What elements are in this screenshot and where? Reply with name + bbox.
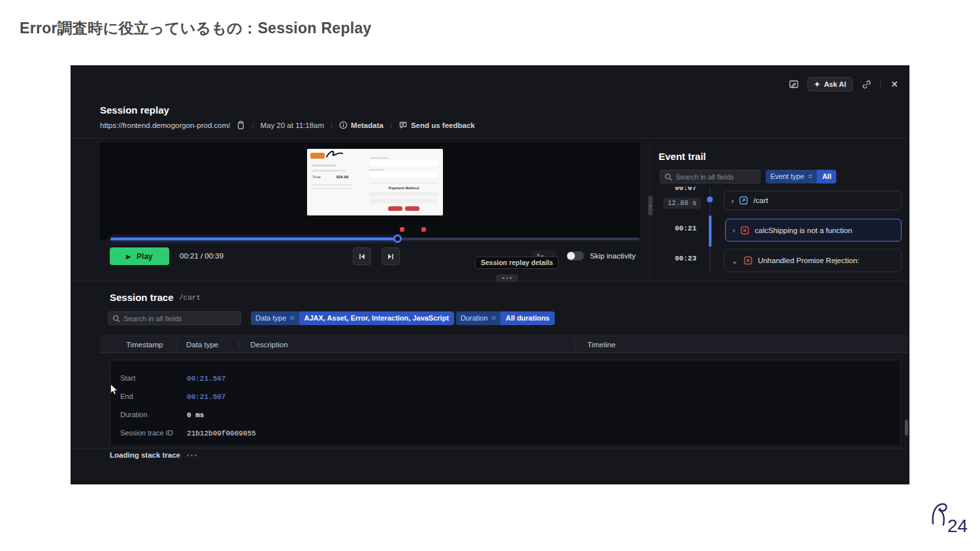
search-icon <box>664 173 672 181</box>
jump-forward-button[interactable] <box>382 247 400 265</box>
timeline-scrubber-handle[interactable] <box>393 234 402 243</box>
close-icon: ✕ <box>890 79 898 89</box>
error-marker[interactable] <box>400 227 404 232</box>
error-icon <box>740 226 749 235</box>
copy-url-button[interactable] <box>237 121 245 129</box>
clipboard-icon <box>237 121 245 129</box>
page-title: Session replay <box>100 104 169 116</box>
column-header-timestamp: Timestamp <box>126 341 163 349</box>
sparkles-icon: ✦ <box>814 80 820 89</box>
event-trail-search-input[interactable] <box>676 173 756 181</box>
preview-form-fields <box>370 192 438 204</box>
session-trace-search[interactable] <box>108 311 241 325</box>
event-trail-list: 00:07 12.88 s › /cart 00:21 › calcShippi… <box>656 187 907 273</box>
preview-form-fields <box>370 157 438 183</box>
timeline-progress <box>110 238 398 240</box>
event-trail-title: Event trail <box>659 151 706 162</box>
event-type-filter-chip[interactable]: Event type= All <box>766 170 836 183</box>
divider: | <box>252 121 253 129</box>
data-type-filter-chip[interactable]: Data type= AJAX, Asset, Error, Interacti… <box>251 311 454 325</box>
window-actions: ✦ Ask AI ✕ <box>787 77 902 91</box>
detail-row-trace-id: Session trace ID 21b12b09f0069855 <box>120 429 256 437</box>
close-button[interactable]: ✕ <box>887 77 902 91</box>
ask-ai-label: Ask AI <box>824 80 846 88</box>
error-icon <box>743 256 753 265</box>
play-icon: ▶ <box>126 253 131 260</box>
column-header-data-type: Data type <box>186 341 218 349</box>
navigation-icon <box>739 196 748 205</box>
trace-detail-panel: Start 00:21.507 End 00:21.507 Duration 0… <box>110 360 901 447</box>
event-time: 00:07 <box>666 187 696 192</box>
duration-filter-chip[interactable]: Duration= All durations <box>456 311 555 325</box>
divider <box>71 138 909 138</box>
skip-next-icon <box>387 253 395 260</box>
link-icon[interactable] <box>859 77 874 91</box>
divider <box>71 281 909 281</box>
replay-timestamp: May 20 at 11:18am <box>260 121 324 129</box>
feedback-icon <box>399 121 408 129</box>
metadata-button[interactable]: Metadata <box>339 121 384 129</box>
event-trail-search[interactable] <box>660 170 760 183</box>
event-label: calcShipping is not a function <box>755 227 852 234</box>
preview-doodle <box>325 149 346 159</box>
notes-icon[interactable] <box>787 77 801 91</box>
replay-meta-row: https://frontend.demogorgon-prod.com/ | … <box>100 121 475 129</box>
replay-preview: Total$29.98 Payment Method <box>307 149 443 215</box>
loading-stack-trace: Loading stack trace <box>110 451 197 459</box>
column-header-description: Description <box>250 341 288 349</box>
event-timeline-dot <box>707 197 713 202</box>
event-timeline-active-segment <box>709 215 711 247</box>
loading-dots-icon <box>187 454 197 456</box>
playback-timeline[interactable] <box>110 238 640 240</box>
divider: | <box>331 121 333 129</box>
search-icon <box>112 315 120 323</box>
inactivity-gap-badge: 12.88 s <box>663 198 701 209</box>
replay-url: https://frontend.demogorgon-prod.com/ <box>100 121 230 129</box>
scrollbar-thumb[interactable] <box>905 420 908 435</box>
event-time: 00:21 <box>666 225 696 232</box>
event-label: Unhandled Promise Rejection: <box>758 257 859 264</box>
session-replay-window: ✦ Ask AI ✕ Session replay https://fronte… <box>71 65 909 484</box>
event-label: /cart <box>753 197 768 204</box>
page-number: 24 <box>947 516 968 537</box>
event-row-error[interactable]: ⌄ Unhandled Promise Rejection: <box>724 249 902 272</box>
chevron-right-icon: › <box>732 226 735 234</box>
slide-title: Error調査時に役立っているもの：Session Replay <box>20 18 372 39</box>
session-replay-details-tooltip: Session replay details <box>475 257 559 269</box>
session-trace-title: Session trace <box>110 292 174 303</box>
ellipsis-icon <box>502 277 504 279</box>
panel-resize-handle[interactable]: › <box>648 196 653 215</box>
info-icon <box>339 121 348 129</box>
presentation-slide: Error調査時に役立っているもの：Session Replay ✦ Ask A… <box>0 0 980 551</box>
divider: | <box>390 121 392 129</box>
event-row-error-selected[interactable]: › calcShipping is not a function <box>725 219 902 242</box>
detail-row-duration: Duration 0 ms <box>120 411 204 419</box>
column-header-timeline: Timeline <box>587 341 615 349</box>
start-time-link[interactable]: 00:21.507 <box>187 375 225 383</box>
preview-brand-badge <box>310 153 325 159</box>
skip-previous-icon <box>358 253 366 260</box>
session-trace-path: /cart <box>179 294 201 302</box>
event-time: 00:23 <box>666 255 696 262</box>
play-button[interactable]: ▶ Play <box>110 247 169 265</box>
toggle-knob <box>567 252 575 260</box>
mouse-cursor <box>110 383 119 396</box>
detail-row-start: Start 00:21.507 <box>120 374 225 383</box>
session-trace-search-input[interactable] <box>123 315 237 323</box>
send-feedback-button[interactable]: Send us feedback <box>399 121 475 129</box>
jump-back-button[interactable] <box>353 247 371 265</box>
divider <box>880 79 881 89</box>
preview-button <box>388 206 402 211</box>
skip-inactivity-label: Skip inactivity <box>590 252 636 260</box>
divider <box>71 448 909 449</box>
error-marker[interactable] <box>421 227 426 232</box>
end-time-link[interactable]: 00:21.507 <box>187 393 225 401</box>
event-row-navigation[interactable]: › /cart <box>724 191 902 210</box>
detail-row-end: End 00:21.507 <box>120 392 225 401</box>
preview-cart-lines <box>312 165 349 172</box>
time-display: 00:21 / 00:39 <box>180 252 223 260</box>
skip-inactivity-toggle[interactable] <box>566 251 584 260</box>
replay-video-area: Total$29.98 Payment Method <box>100 142 640 240</box>
ask-ai-button[interactable]: ✦ Ask AI <box>808 77 853 91</box>
preview-button <box>405 206 419 211</box>
